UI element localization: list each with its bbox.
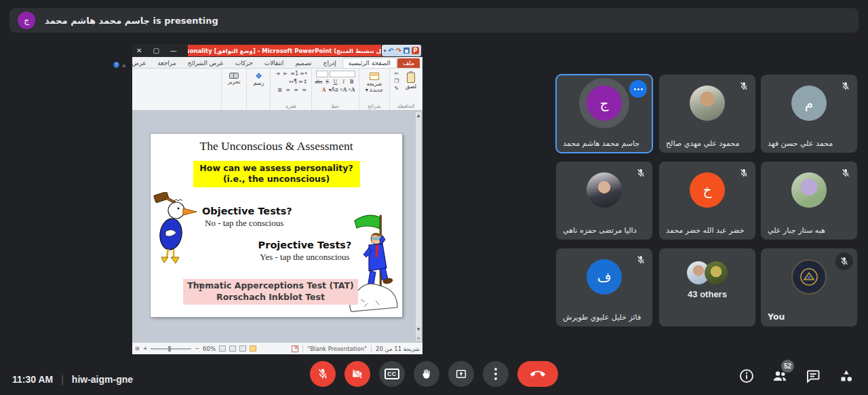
tile-presenter[interactable]: ج جاسم محمد هاشم محمد bbox=[556, 75, 652, 153]
align-center-icon: ≡ bbox=[293, 87, 300, 94]
new-slide-button: شريحة جديدة ▾ bbox=[363, 71, 386, 96]
scroll-down-icon: ▼ bbox=[416, 326, 421, 331]
line-spacing-icon: ↕≡ bbox=[298, 79, 307, 86]
tab-slideshow: عرض الشرائح bbox=[182, 58, 229, 68]
present-icon bbox=[455, 368, 467, 380]
shared-screen-powerpoint: ✕ ▢ — personality [وضع التوافق] - Micros… bbox=[132, 44, 422, 354]
objective-tests-text: Objective Tests? No - tap the conscious bbox=[202, 206, 292, 229]
tile-participant[interactable]: داليا مرتضى حمزه ناهي bbox=[556, 162, 652, 240]
underline-icon: U bbox=[332, 79, 339, 86]
group-avatars bbox=[687, 261, 728, 284]
end-call-button[interactable] bbox=[517, 361, 558, 387]
avatar: م bbox=[791, 86, 827, 121]
chat-icon bbox=[805, 368, 821, 384]
slide-question-box: How can we assess personality? (i.e., th… bbox=[193, 161, 359, 187]
raise-hand-button[interactable] bbox=[414, 361, 439, 387]
find-binoculars-icon bbox=[229, 73, 239, 78]
ppt-editing-area: The Unconscious & Assessment How can we … bbox=[132, 111, 422, 342]
tab-design: تصميم bbox=[290, 58, 317, 68]
end-call-icon bbox=[530, 366, 545, 381]
presenting-text: جاسم محمد هاشم محمد is presenting bbox=[45, 16, 218, 26]
maximize-icon: ▢ bbox=[153, 47, 159, 54]
powerpoint-logo-icon: P bbox=[412, 47, 419, 54]
participant-name: هبه ستار جبار علي bbox=[768, 226, 852, 235]
avatar bbox=[587, 172, 622, 208]
bold-icon: B bbox=[349, 79, 355, 86]
tile-participant[interactable]: ف فائز خليل عليوي طويرش bbox=[556, 248, 652, 326]
sorter-view-icon bbox=[239, 345, 246, 352]
mic-toggle-button[interactable] bbox=[310, 361, 336, 387]
zoom-level: 60% bbox=[203, 345, 216, 352]
more-options-icon bbox=[494, 368, 497, 380]
ribbon-group-editing: تحرير bbox=[221, 69, 246, 110]
chat-button[interactable] bbox=[805, 368, 821, 384]
tile-you[interactable]: You bbox=[761, 248, 857, 326]
tab-review: مراجعة bbox=[153, 58, 182, 68]
justify-icon: ≣ bbox=[277, 87, 283, 94]
zoom-slider bbox=[151, 348, 191, 350]
others-count-label: 43 others bbox=[659, 289, 755, 299]
mic-off-icon bbox=[634, 166, 648, 180]
captions-button[interactable]: CC bbox=[379, 361, 405, 387]
tile-others[interactable]: 43 others bbox=[659, 248, 755, 326]
spellcheck-icon bbox=[292, 345, 298, 352]
slide-title: The Unconscious & Assessment bbox=[151, 139, 402, 153]
ribbon-group-font: B I U S abc A˄ A˅ Aa▾ A bbox=[311, 69, 359, 110]
save-icon bbox=[403, 48, 410, 54]
presenting-banner: ج جاسم محمد هاشم محمد is presenting bbox=[9, 8, 859, 33]
avatar: ج bbox=[587, 86, 622, 121]
grow-font-icon: A˄ bbox=[348, 87, 355, 94]
tile-menu-button[interactable] bbox=[629, 80, 647, 98]
mic-off-icon bbox=[835, 252, 853, 270]
new-slide-icon bbox=[370, 73, 379, 80]
outdent-icon: ⇥ bbox=[274, 71, 281, 77]
tile-participant[interactable]: هبه ستار جبار علي bbox=[761, 162, 857, 240]
align-right-icon: ≡ bbox=[301, 87, 308, 94]
presenter-avatar: ج bbox=[18, 12, 35, 29]
avatar bbox=[690, 86, 725, 121]
font-size-select bbox=[316, 71, 328, 77]
camera-toggle-button[interactable] bbox=[344, 361, 370, 387]
slide-tests-box: Thematic Apperceptions Test (TAT) Rorsch… bbox=[183, 279, 358, 305]
duck-cartoon bbox=[153, 192, 205, 268]
slideshow-view-icon bbox=[219, 345, 226, 352]
next-slide-icon: ≡ bbox=[416, 335, 421, 340]
participant-name: You bbox=[768, 312, 852, 322]
paste-button: لصق bbox=[403, 71, 419, 92]
ribbon-group-slides: شريحة جديدة ▾ شرائح bbox=[359, 69, 389, 110]
tile-participant[interactable]: محمود علي مهدي صالح bbox=[659, 75, 755, 153]
right-bar: 52 bbox=[738, 368, 854, 384]
change-case-icon: Aa▾ bbox=[329, 87, 338, 94]
minimize-icon: — bbox=[170, 47, 177, 54]
participant-count-badge: 52 bbox=[781, 360, 794, 373]
slide-counter: شريحة 11 من 20 bbox=[376, 345, 420, 352]
normal-view-icon bbox=[250, 345, 256, 352]
participant-name: محمود علي مهدي صالح bbox=[666, 139, 750, 148]
tile-participant[interactable]: خ خضر عبد الله خضر محمد bbox=[659, 162, 755, 240]
edit-button: تحرير bbox=[225, 71, 243, 88]
ppt-ribbon: لصق ✂ ❐ ✎ الحافظة شريحة جديدة ▾ bbox=[132, 69, 422, 111]
scroll-up-icon: ▲ bbox=[416, 113, 421, 117]
participants-button[interactable]: 52 bbox=[772, 368, 788, 384]
activities-button[interactable] bbox=[838, 368, 854, 384]
bullets-icon: •≡ bbox=[300, 71, 307, 77]
hand-icon bbox=[420, 368, 433, 380]
activities-icon bbox=[838, 368, 854, 384]
more-options-button[interactable] bbox=[483, 361, 509, 387]
participant-name: داليا مرتضى حمزه ناهي bbox=[563, 226, 647, 235]
present-button[interactable] bbox=[448, 361, 474, 387]
meeting-code: hiw-aigm-gne bbox=[72, 374, 133, 385]
reading-view-icon bbox=[229, 345, 236, 352]
meeting-details-button[interactable] bbox=[738, 368, 755, 384]
ppt-vertical-scrollbar: ▲ ▼ ≡ bbox=[415, 111, 422, 341]
cut-icon: ✂ bbox=[393, 71, 400, 77]
draw-button: ❖ رسم bbox=[250, 71, 267, 89]
captions-icon: CC bbox=[384, 369, 399, 379]
mic-off-icon bbox=[634, 253, 648, 267]
ppt-window-title: personality [وضع التوافق] - Microsoft Po… bbox=[188, 45, 381, 56]
tab-home: الصفحة الرئيسية bbox=[342, 58, 397, 68]
tile-participant[interactable]: م محمد علي حسن فهد bbox=[761, 75, 857, 153]
ribbon-group-clipboard: لصق ✂ ❐ ✎ الحافظة bbox=[389, 69, 422, 110]
align-left-icon: ≡ bbox=[285, 87, 292, 94]
mic-off-icon bbox=[737, 79, 751, 93]
